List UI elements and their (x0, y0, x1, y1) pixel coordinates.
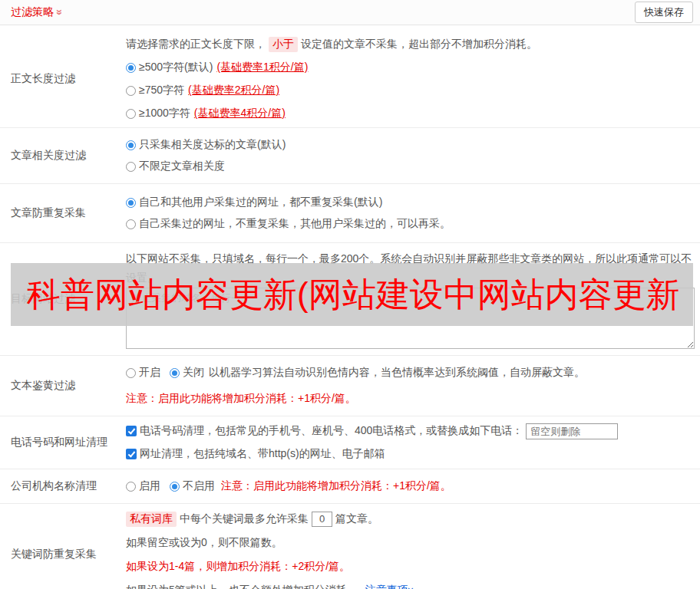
line4-text: 如果设为5篇或以上，也不会额外增加积分消耗。 (126, 584, 358, 589)
relevance-option-any[interactable]: 不限定文章相关度 (126, 156, 695, 177)
option-text: 启用 (139, 479, 160, 493)
section-porn-filter: 文本鉴黄过滤 开启 关闭 以机器学习算法自动识别色情内容，当色情概率达到系统阈值… (0, 356, 700, 416)
keyword-dedup-line1: 私有词库 中每个关键词最多允许采集 篇文章。 (126, 507, 695, 531)
length-option-500[interactable]: ≥500字符(默认) (基础费率1积分/篇) (126, 56, 695, 79)
checkbox-label: 电话号码清理，包括常见的手机号、座机号、400电话格式，或替换成如下电话： (140, 424, 523, 438)
porn-filter-cost-note: 注意：启用此功能将增加积分消耗：+1积分/篇。 (126, 388, 695, 410)
section-company-clean: 公司机构名称清理 启用 不启用 注意：启用此功能将增加积分消耗：+1积分/篇。 (0, 469, 700, 504)
line1-suffix: 篇文章。 (335, 512, 378, 526)
dedup-option-all-users[interactable]: 自己和其他用户采集过的网址，都不重复采集(默认) (126, 192, 695, 213)
option-text: 不启用 (183, 479, 215, 493)
relevance-option-strict[interactable]: 只采集相关度达标的文章(默认) (126, 134, 695, 156)
option-text: ≥1000字符 (139, 107, 190, 120)
section-body-length-filter: 正文长度过滤 请选择需求的正文长度下限， 小于 设定值的文章不采集，超出部分不增… (0, 25, 700, 128)
company-clean-disable-option[interactable]: 不启用 (170, 479, 215, 493)
radio-selected-icon[interactable] (126, 140, 136, 150)
checkbox-checked-icon[interactable] (126, 426, 137, 436)
section-label: 电话号码和网址清理 (0, 420, 126, 466)
notes-link[interactable]: 注意事项 (365, 584, 408, 589)
length-option-1000[interactable]: ≥1000字符 (基础费率4积分/篇) (126, 102, 695, 125)
section-label: 关键词防重复采集 (0, 507, 126, 589)
section-relevance-filter: 文章相关度过滤 只采集相关度达标的文章(默认) 不限定文章相关度 (0, 128, 700, 184)
radio-icon[interactable] (126, 482, 136, 492)
company-clean-enable-option[interactable]: 启用 (126, 479, 160, 493)
max-articles-count-input[interactable] (312, 512, 332, 527)
option-text: ≥500字符(默认) (139, 61, 213, 74)
company-clean-cost-note: 注意：启用此功能将增加积分消耗：+1积分/篇。 (221, 479, 451, 493)
radio-icon[interactable] (126, 368, 136, 378)
radio-icon[interactable] (126, 86, 136, 96)
less-than-chip: 小于 (269, 37, 298, 52)
replacement-phone-input[interactable] (526, 423, 618, 439)
option-text: 自己采集过的网址，不重复采集，其他用户采集过的，可以再采。 (139, 217, 451, 231)
length-option-750[interactable]: ≥750字符 (基础费率2积分/篇) (126, 79, 695, 102)
porn-filter-description: 以机器学习算法自动识别色情内容，当色情概率达到系统阈值，自动屏蔽文章。 (209, 366, 585, 380)
radio-icon[interactable] (126, 219, 136, 229)
radio-selected-icon[interactable] (126, 198, 136, 208)
option-cost-note: (基础费率4积分/篇) (194, 107, 286, 120)
porn-filter-off-option[interactable]: 关闭 (170, 366, 204, 380)
option-text: 不限定文章相关度 (139, 160, 225, 173)
section-label: 正文长度过滤 (0, 33, 126, 125)
option-text: 开启 (139, 366, 160, 380)
section-label: 公司机构名称清理 (0, 475, 126, 497)
filter-strategy-page: 过滤策略 » 快速保存 正文长度过滤 请选择需求的正文长度下限， 小于 设定值的… (0, 0, 700, 589)
watermark-text: 科普网站内容更新(网站建设中网站内容更新 (11, 278, 680, 311)
radio-selected-icon[interactable] (126, 63, 136, 73)
section-keyword-dedup: 关键词防重复采集 私有词库 中每个关键词最多允许采集 篇文章。 如果留空或设为0… (0, 504, 700, 589)
length-intro: 请选择需求的正文长度下限， 小于 设定值的文章不采集，超出部分不增加积分消耗。 (126, 33, 695, 56)
option-text: ≥750字符 (139, 84, 184, 97)
radio-icon[interactable] (126, 109, 136, 119)
quick-save-button[interactable]: 快速保存 (635, 2, 693, 23)
intro-text-after: 设定值的文章不采集，超出部分不增加积分消耗。 (301, 38, 537, 51)
intro-text-before: 请选择需求的正文长度下限， (126, 38, 266, 51)
page-title-text: 过滤策略 (11, 5, 54, 19)
url-clean-checkbox-row[interactable]: 网址清理，包括纯域名、带http(s)的网址、电子邮箱 (126, 443, 695, 466)
checkbox-checked-icon[interactable] (126, 449, 137, 459)
option-cost-note: (基础费率1积分/篇) (216, 61, 308, 74)
section-phone-url-clean: 电话号码和网址清理 电话号码清理，包括常见的手机号、座机号、400电话格式，或替… (0, 416, 700, 469)
section-label: 文章防重复采集 (0, 192, 126, 235)
section-label: 文章相关度过滤 (0, 134, 126, 177)
phone-clean-checkbox-row[interactable]: 电话号码清理，包括常见的手机号、座机号、400电话格式，或替换成如下电话： (126, 420, 695, 443)
dedup-option-self-only[interactable]: 自己采集过的网址，不重复采集，其他用户采集过的，可以再采。 (126, 213, 695, 235)
option-text: 自己和其他用户采集过的网址，都不重复采集(默认) (139, 196, 382, 209)
topbar: 过滤策略 » 快速保存 (0, 0, 700, 25)
keyword-dedup-cost-note: 如果设为1-4篇，则增加积分消耗：+2积分/篇。 (126, 554, 695, 578)
option-text: 关闭 (183, 366, 204, 380)
section-label: 文本鉴黄过滤 (0, 362, 126, 410)
double-chevron-down-icon: » (54, 9, 65, 15)
keyword-dedup-line2: 如果留空或设为0，则不限篇数。 (126, 531, 695, 554)
watermark-overlay-banner: 科普网站内容更新(网站建设中网站内容更新 (11, 263, 693, 326)
line1-text: 中每个关键词最多允许采集 (180, 512, 309, 526)
option-cost-note: (基础费率2积分/篇) (188, 84, 279, 97)
radio-selected-icon[interactable] (170, 482, 180, 492)
radio-selected-icon[interactable] (170, 368, 180, 378)
checkbox-label: 网址清理，包括纯域名、带http(s)的网址、电子邮箱 (140, 447, 385, 461)
option-text: 只采集相关度达标的文章(默认) (139, 138, 286, 152)
porn-filter-on-option[interactable]: 开启 (126, 366, 160, 380)
keyword-dedup-line4: 如果设为5篇或以上，也不会额外增加积分消耗。 注意事项 » (126, 578, 695, 589)
radio-icon[interactable] (126, 162, 136, 172)
private-thesaurus-link[interactable]: 私有词库 (126, 512, 177, 527)
page-title[interactable]: 过滤策略 » (11, 5, 63, 19)
section-dedup-filter: 文章防重复采集 自己和其他用户采集过的网址，都不重复采集(默认) 自己采集过的网… (0, 184, 700, 243)
